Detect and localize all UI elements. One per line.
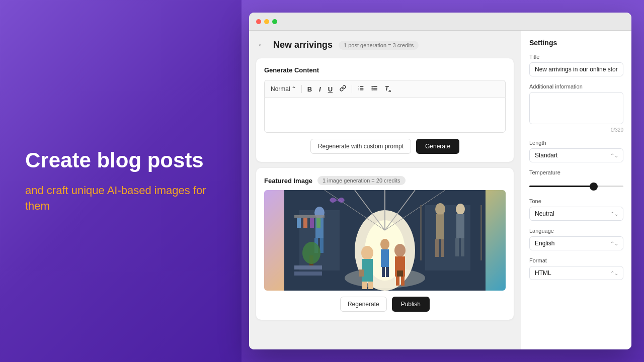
svg-rect-29	[316, 218, 320, 228]
svg-rect-38	[461, 238, 464, 256]
link-button[interactable]	[337, 83, 349, 95]
setting-group-format: Format HTML Markdown Plain Text ⌃⌄	[529, 257, 623, 280]
editor-area[interactable]	[264, 98, 506, 133]
featured-image-actions: Regenerate Publish	[264, 297, 506, 312]
svg-rect-55	[397, 270, 403, 277]
additional-info-label: Additional information	[529, 83, 623, 89]
format-select[interactable]: HTML Markdown Plain Text	[529, 266, 623, 280]
browser-bar	[249, 13, 631, 31]
tone-select[interactable]: Neutral Formal Casual Humorous	[529, 207, 623, 221]
settings-title: Settings	[529, 39, 623, 47]
generate-content-actions: Regenerate with custom prompt Generate	[264, 139, 506, 154]
svg-rect-36	[456, 214, 464, 238]
length-label: Length	[529, 140, 623, 146]
format-select-wrapper: HTML Markdown Plain Text ⌃⌄	[529, 266, 623, 280]
setting-group-title: Title	[529, 54, 623, 76]
toolbar-divider-2	[352, 85, 352, 93]
svg-rect-37	[455, 238, 459, 256]
language-select-wrapper: English Spanish French German ⌃⌄	[529, 236, 623, 250]
svg-rect-39	[420, 205, 422, 260]
settings-panel: Settings Title Additional information 0/…	[521, 31, 631, 349]
browser-dot-green	[272, 19, 277, 24]
svg-rect-47	[381, 249, 389, 267]
image-regenerate-button[interactable]: Regenerate	[340, 297, 387, 312]
svg-point-31	[435, 203, 445, 215]
featured-image-header: Featured Image 1 image generation = 20 c…	[264, 176, 506, 185]
editor-toolbar: Normal ⌃ B I U	[264, 80, 506, 98]
post-credits-badge: 1 post generation = 3 credits	[339, 41, 419, 50]
svg-rect-28	[310, 218, 314, 228]
generate-button[interactable]: Generate	[416, 139, 459, 154]
bold-button[interactable]: B	[305, 84, 314, 95]
svg-point-57	[302, 242, 320, 264]
setting-group-tone: Tone Neutral Formal Casual Humorous ⌃⌄	[529, 198, 623, 221]
tone-label: Tone	[529, 198, 623, 204]
featured-image-container	[264, 190, 506, 291]
page-title: New arrivings	[273, 40, 333, 50]
length-select-wrapper: Standart Short Long ⌃⌄	[529, 148, 623, 162]
back-button[interactable]: ←	[256, 39, 267, 51]
toolbar-divider-1	[301, 85, 302, 93]
italic-button[interactable]: I	[316, 84, 324, 95]
left-panel: Create blog posts and craft unique AI-ba…	[0, 0, 242, 362]
svg-point-11	[372, 89, 372, 90]
svg-rect-32	[436, 214, 444, 239]
title-label: Title	[529, 54, 623, 60]
tone-select-wrapper: Neutral Formal Casual Humorous ⌃⌄	[529, 207, 623, 221]
svg-rect-25	[294, 215, 325, 218]
setting-group-additional-info: Additional information 0/320	[529, 83, 623, 133]
temperature-label: Temperature	[529, 169, 623, 175]
featured-image-title: Featured Image	[264, 177, 312, 185]
svg-rect-52	[396, 277, 399, 286]
svg-rect-24	[320, 238, 324, 253]
svg-rect-48	[382, 267, 385, 277]
temperature-slider-container	[529, 178, 623, 191]
svg-point-10	[372, 88, 372, 88]
language-label: Language	[529, 228, 623, 234]
svg-point-42	[361, 246, 373, 260]
textarea-counter: 0/320	[529, 127, 623, 133]
featured-image-card: Featured Image 1 image generation = 20 c…	[256, 168, 514, 320]
title-input[interactable]	[529, 62, 623, 76]
svg-rect-27	[303, 218, 307, 228]
additional-info-textarea[interactable]	[529, 92, 623, 124]
format-label: Format	[529, 257, 623, 263]
browser-dot-red	[256, 19, 261, 24]
ordered-list-button[interactable]	[355, 83, 367, 95]
right-panel: ← New arrivings 1 post generation = 3 cr…	[242, 0, 644, 362]
setting-group-language: Language English Spanish French German ⌃…	[529, 228, 623, 250]
page-header: ← New arrivings 1 post generation = 3 cr…	[256, 39, 514, 51]
svg-point-50	[394, 244, 406, 257]
temperature-slider[interactable]	[529, 186, 623, 187]
svg-rect-26	[297, 218, 301, 228]
publish-button[interactable]: Publish	[392, 297, 430, 312]
image-credits-badge: 1 image generation = 20 credits	[317, 176, 405, 185]
language-select[interactable]: English Spanish French German	[529, 236, 623, 250]
svg-point-9	[372, 86, 372, 87]
left-subtitle: and craft unique AI-based images for the…	[25, 183, 216, 214]
svg-point-35	[456, 204, 465, 215]
underline-button[interactable]: U	[326, 84, 335, 95]
clear-format-button[interactable]: Tx	[382, 83, 393, 95]
svg-rect-45	[368, 282, 373, 289]
regenerate-custom-prompt-button[interactable]: Regenerate with custom prompt	[310, 139, 411, 154]
setting-group-temperature: Temperature	[529, 169, 623, 191]
generate-content-card: Generate Content Normal ⌃ B I U	[256, 58, 514, 162]
length-select[interactable]: Standart Short Long	[529, 148, 623, 162]
format-select[interactable]: Normal ⌃	[269, 84, 298, 94]
unordered-list-button[interactable]	[369, 83, 380, 95]
svg-rect-44	[362, 282, 367, 289]
svg-rect-34	[441, 239, 444, 257]
generate-content-title: Generate Content	[264, 66, 506, 74]
svg-rect-40	[480, 205, 482, 260]
svg-rect-53	[401, 277, 405, 286]
svg-rect-58	[294, 265, 322, 269]
svg-rect-33	[435, 239, 439, 257]
setting-group-length: Length Standart Short Long ⌃⌄	[529, 140, 623, 162]
svg-rect-54	[359, 269, 364, 277]
browser-window: ← New arrivings 1 post generation = 3 cr…	[249, 13, 631, 349]
browser-content: ← New arrivings 1 post generation = 3 cr…	[249, 31, 631, 349]
svg-rect-49	[386, 267, 389, 277]
main-area: ← New arrivings 1 post generation = 3 cr…	[249, 31, 521, 349]
svg-rect-59	[294, 272, 322, 276]
